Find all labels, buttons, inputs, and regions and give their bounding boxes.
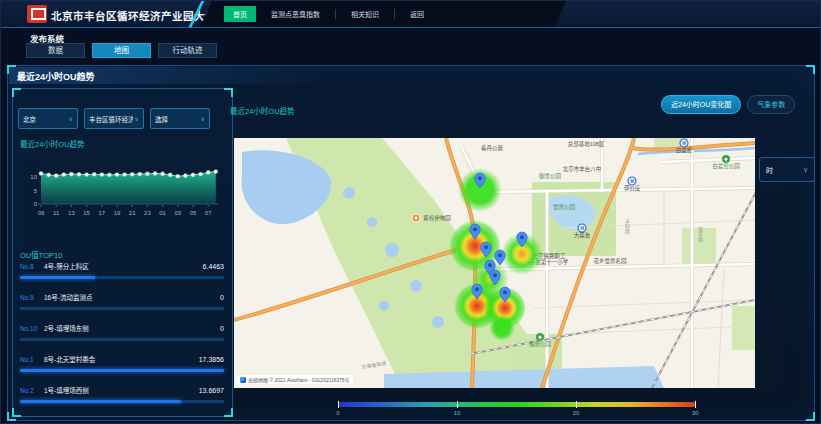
- tab-1[interactable]: 数据: [26, 43, 85, 58]
- map-attribution: 高德地图 © 2021 AutoNavi - GS(2021)6375号: [237, 375, 353, 384]
- ou-top10-title: OU值TOP10: [20, 249, 62, 260]
- ou-value: 17.3856: [199, 356, 224, 363]
- svg-text:白盆窑公园: 白盆窑公园: [712, 162, 740, 170]
- rank-number: No.8: [20, 263, 44, 270]
- rank-bar-track: [20, 307, 224, 310]
- map-label-plain: 看丹公墓: [481, 144, 504, 152]
- filter-dropdown-3[interactable]: 选择∨: [150, 108, 210, 129]
- view-tabs: 数据地图行动轨迹: [26, 43, 217, 58]
- map-attribution-text: 高德地图 © 2021 AutoNavi - GS(2021)6375号: [248, 376, 350, 383]
- main-nav: 首页监测点恶臭指数相关知识返回: [200, 1, 566, 27]
- rank-bar-track: [20, 400, 224, 403]
- svg-text:M: M: [580, 226, 584, 231]
- legend-tick: [338, 401, 339, 408]
- amap-logo-icon: [240, 377, 246, 383]
- legend-tick: [695, 401, 696, 408]
- svg-text:紫谷伊甸园: 紫谷伊甸园: [423, 214, 451, 222]
- map[interactable]: 紫谷伊甸园看丹公墓御景公园世界公园北京市丰台八中总部基地108区M大葆台北京铁路…: [234, 138, 755, 388]
- svg-text:世界公园: 世界公园: [553, 203, 576, 211]
- ou-value: 0: [220, 294, 224, 301]
- legend-tick-label: 20: [573, 410, 580, 416]
- svg-text:丰科路: 丰科路: [624, 218, 630, 235]
- legend-tick: [457, 401, 458, 408]
- tab-2[interactable]: 地图: [92, 43, 151, 58]
- chevron-down-icon: ∨: [803, 166, 808, 174]
- map-section-title: 最近24小时OU趋势: [230, 105, 295, 116]
- ou-rank-row: No.21号-填埋场西侧13.6697: [20, 385, 224, 395]
- ou-value: 13.6697: [199, 387, 224, 394]
- svg-text:5: 5: [34, 188, 38, 194]
- map-label-roadv: 丰科路: [624, 218, 630, 235]
- rank-number: No.1: [20, 356, 44, 363]
- dropdown-value: 选择: [155, 114, 168, 124]
- map-label-orange: 紫谷伊甸园: [412, 214, 451, 222]
- main-panel: 最近24小时OU趋势 北京∨丰台区循环经济产∨选择∨ 最近24小时OU趋势 05…: [7, 65, 815, 421]
- site-name: 8号-北天堂村委会: [44, 354, 95, 364]
- map-label-plain: 北京市丰台八中: [563, 165, 602, 173]
- site-name: 4号-筛分上料区: [44, 261, 89, 271]
- site-name: 1号-填埋场西侧: [44, 385, 89, 395]
- rank-number: No.9: [20, 294, 44, 301]
- svg-text:07: 07: [205, 210, 212, 216]
- dashboard: 北京市丰台区循环经济产业园大气恶臭状况实时 首页监测点恶臭指数相关知识返回 发布…: [0, 0, 821, 424]
- svg-text:17: 17: [98, 210, 105, 216]
- svg-text:M: M: [682, 141, 686, 146]
- left-panel: 北京∨丰台区循环经济产∨选择∨ 最近24小时OU趋势 0510091113151…: [12, 88, 233, 417]
- weather-params-button[interactable]: 气象参数: [747, 95, 795, 114]
- nav-item-4[interactable]: 返回: [394, 9, 424, 19]
- heat-blob-green: [489, 315, 515, 341]
- filter-dropdown-2[interactable]: 丰台区循环经济产∨: [84, 108, 144, 129]
- svg-text:总部基地108区: 总部基地108区: [568, 140, 605, 148]
- svg-text:白盆窑: 白盆窑: [676, 146, 693, 154]
- site-name: 2号-填埋场东侧: [44, 323, 89, 333]
- svg-text:M: M: [630, 179, 634, 184]
- panel-title: 最近24小时OU趋势: [17, 70, 95, 83]
- filter-dropdown-1[interactable]: 北京∨: [18, 108, 78, 129]
- ou-rank-item: No.18号-北天堂村委会17.3856: [20, 354, 224, 376]
- legend-tick: [576, 401, 577, 408]
- chevron-down-icon: ∨: [201, 115, 205, 122]
- heat-legend-gradient: [338, 402, 695, 407]
- legend-tick-label: 30: [692, 410, 699, 416]
- svg-text:大葆台: 大葆台: [574, 231, 591, 239]
- nav-item-1[interactable]: 首页: [224, 6, 256, 22]
- heat-legend: 0102030: [338, 402, 695, 407]
- svg-text:13: 13: [68, 210, 75, 216]
- site-name: 16号-流动监测点: [44, 292, 92, 302]
- ou-rank-item: No.916号-流动监测点0: [20, 292, 224, 314]
- svg-text:19: 19: [114, 210, 121, 216]
- svg-text:花乡世界名园: 花乡世界名园: [593, 257, 627, 265]
- svg-text:看丹公墓: 看丹公墓: [481, 144, 504, 152]
- dropdown-value: 丰台区循环经济产: [89, 114, 133, 124]
- ou-rank-row: No.916号-流动监测点0: [20, 292, 224, 302]
- nav-item-3[interactable]: 相关知识: [335, 9, 379, 19]
- map-label-parklabel: 御景公园: [539, 172, 562, 180]
- svg-text:23: 23: [144, 210, 151, 216]
- tab-3[interactable]: 行动轨迹: [158, 43, 217, 58]
- map-label-parklabel: 世界公园: [553, 203, 576, 211]
- svg-text:郭公庄: 郭公庄: [624, 184, 641, 192]
- filter-dropdowns: 北京∨丰台区循环经济产∨选择∨: [18, 108, 210, 129]
- ou-change-chart-button[interactable]: 近24小时OU变化图: [661, 95, 741, 114]
- top-header: 北京市丰台区循环经济产业园大气恶臭状况实时 首页监测点恶臭指数相关知识返回: [1, 1, 821, 28]
- ou-value: 0: [220, 325, 224, 332]
- svg-text:11: 11: [53, 210, 60, 216]
- rank-bar-track: [20, 338, 224, 341]
- svg-text:御景公园: 御景公园: [539, 172, 562, 180]
- svg-text:0: 0: [34, 201, 38, 207]
- legend-tick-label: 0: [336, 410, 339, 416]
- svg-text:03: 03: [174, 210, 181, 216]
- interval-dropdown[interactable]: 时 ∨: [759, 157, 815, 182]
- chevron-down-icon: ∨: [69, 115, 73, 122]
- ou-rank-item: No.102号-填埋场东侧0: [20, 323, 224, 345]
- map-label-plain: 总部基地108区: [568, 140, 605, 148]
- map-canvas[interactable]: 紫谷伊甸园看丹公墓御景公园世界公园北京市丰台八中总部基地108区M大葆台北京铁路…: [234, 138, 755, 388]
- map-label-plain: 花乡世界名园: [593, 257, 627, 265]
- chevron-down-icon: ∨: [135, 115, 139, 122]
- nav-item-2[interactable]: 监测点恶臭指数: [271, 9, 320, 19]
- ou-rank-item: No.84号-筛分上料区6.4463: [20, 261, 224, 283]
- rank-number: No.10: [20, 325, 44, 332]
- rank-bar-fill: [20, 276, 95, 279]
- ou-rank-item: No.21号-填埋场西侧13.6697: [20, 385, 224, 407]
- svg-text:樊羊路: 樊羊路: [697, 226, 703, 243]
